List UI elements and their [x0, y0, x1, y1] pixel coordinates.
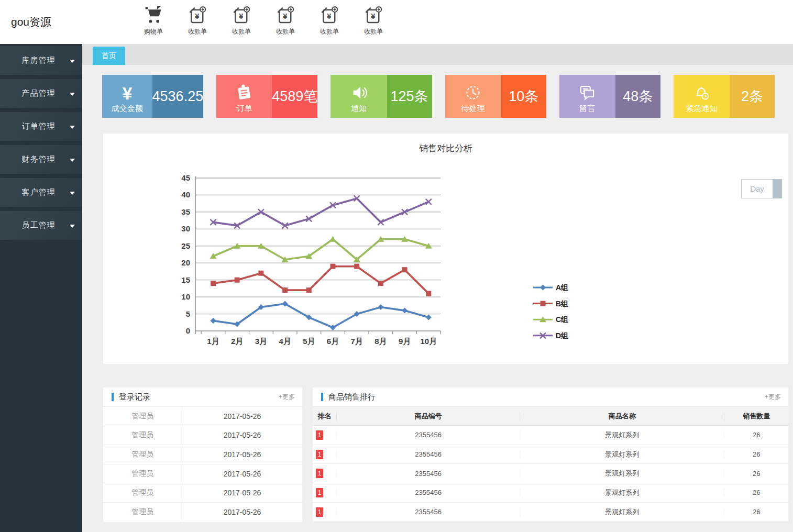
- column-header-qty: 销售数量: [724, 412, 788, 421]
- sidebar-item-warehouse[interactable]: 库房管理: [0, 46, 82, 75]
- header-action-receipt-4[interactable]: ¥ 收款单: [317, 5, 342, 36]
- svg-text:B组: B组: [556, 300, 568, 308]
- login-date: 2017-05-26: [182, 483, 302, 502]
- header-action-label: 购物单: [144, 27, 163, 36]
- login-date: 2017-05-26: [182, 464, 302, 483]
- chart-series-A组: [211, 301, 432, 330]
- svg-text:40: 40: [181, 190, 190, 199]
- sidebar: 库房管理 产品管理 订单管理 财务管理 客户管理 员工管理: [0, 44, 82, 532]
- sales-rank-row: 1 2355456 景观灯系列 26: [313, 426, 788, 445]
- title-accent-bar: [321, 393, 323, 401]
- login-user: 管理员: [103, 488, 182, 497]
- tab-home[interactable]: 首页: [93, 47, 125, 65]
- stat-label: 紧急通知: [686, 104, 717, 114]
- product-code: 2355456: [336, 470, 520, 478]
- chevron-down-icon: [70, 192, 75, 195]
- svg-text:1月: 1月: [207, 337, 219, 346]
- stat-card-notices[interactable]: 通知 125条: [331, 75, 432, 118]
- stat-label: 成交金额: [112, 104, 143, 114]
- login-record-row: 管理员 2017-05-26: [103, 407, 302, 426]
- product-code: 2355456: [336, 489, 520, 496]
- sidebar-item-product[interactable]: 产品管理: [0, 79, 82, 108]
- svg-text:C组: C组: [556, 315, 568, 324]
- sales-quantity: 26: [724, 508, 788, 516]
- svg-text:8月: 8月: [375, 337, 387, 346]
- svg-text:10月: 10月: [420, 337, 437, 346]
- main-content: ¥ 成交金额 4536.25: [82, 65, 793, 532]
- sidebar-item-finance[interactable]: 财务管理: [0, 145, 82, 174]
- legend-item-B组: B组: [533, 300, 568, 308]
- header-action-receipt-5[interactable]: ¥ 收款单: [361, 5, 386, 36]
- header-action-label: 收款单: [232, 27, 251, 36]
- product-sales-panel: 商品销售排行 +更多 排名 商品编号 商品名称 销售数量 1 2355456 景…: [313, 387, 788, 522]
- stat-card-deal-amount[interactable]: ¥ 成交金额 4536.25: [102, 75, 203, 118]
- header-action-receipt-1[interactable]: ¥ 收款单: [185, 5, 210, 36]
- more-link[interactable]: +更多: [765, 393, 781, 402]
- chevron-down-icon: [70, 159, 75, 162]
- svg-text:35: 35: [181, 207, 190, 216]
- header-action-label: 收款单: [188, 27, 207, 36]
- legend-item-C组: C组: [533, 315, 568, 324]
- sales-table-header: 排名 商品编号 商品名称 销售数量: [313, 407, 788, 426]
- chevron-down-icon: [70, 93, 75, 96]
- stat-value: 2条: [730, 75, 775, 118]
- alarm-icon: [690, 81, 712, 103]
- column-header-rank: 排名: [313, 412, 336, 421]
- login-record-row: 管理员 2017-05-26: [103, 483, 302, 503]
- column-header-name: 商品名称: [520, 412, 724, 421]
- title-accent-bar: [112, 393, 114, 401]
- stat-card-messages[interactable]: 留言 48条: [559, 75, 660, 118]
- chevron-down-icon: [70, 126, 75, 129]
- order-icon: [233, 81, 255, 103]
- sidebar-item-order[interactable]: 订单管理: [0, 112, 82, 141]
- chevron-down-icon: [70, 60, 75, 63]
- header-action-label: 收款单: [276, 27, 295, 36]
- range-select[interactable]: Day: [741, 179, 782, 198]
- tab-bar: 首页: [82, 44, 793, 65]
- svg-text:30: 30: [181, 224, 190, 233]
- sidebar-item-employee[interactable]: 员工管理: [0, 211, 82, 240]
- svg-text:¥: ¥: [327, 12, 332, 20]
- sales-quantity: 26: [724, 431, 788, 439]
- login-date: 2017-05-26: [182, 445, 302, 464]
- sidebar-item-customer[interactable]: 客户管理: [0, 178, 82, 207]
- rank-badge: 1: [316, 507, 323, 517]
- sales-rank-row: 1 2355456 景观灯系列 26: [313, 483, 788, 503]
- stat-card-urgent-notice[interactable]: 紧急通知 2条: [674, 75, 775, 118]
- svg-text:¥: ¥: [239, 12, 244, 20]
- svg-text:10: 10: [181, 292, 190, 301]
- product-code: 2355456: [336, 450, 520, 458]
- header-actions: 购物单 ¥ 收款单: [141, 5, 386, 36]
- login-user: 管理员: [103, 412, 182, 421]
- stat-card-orders[interactable]: 订单 4589笔: [216, 75, 317, 118]
- login-records-panel: 登录记录 +更多 管理员 2017-05-26 管理员 2017-05-26 管…: [103, 387, 302, 522]
- product-name: 景观灯系列: [520, 507, 724, 517]
- product-name: 景观灯系列: [520, 450, 724, 459]
- svg-text:¥: ¥: [122, 84, 132, 103]
- svg-text:2月: 2月: [231, 337, 243, 346]
- header-action-receipt-2[interactable]: ¥ 收款单: [229, 5, 254, 36]
- chart-series-C组: [210, 236, 432, 262]
- stat-card-pending[interactable]: 待处理 10条: [445, 75, 546, 118]
- sales-rank-row: 1 2355456 景观灯系列 26: [313, 503, 788, 522]
- legend-item-A组: A组: [533, 283, 568, 292]
- stat-value: 4589笔: [272, 75, 317, 118]
- svg-text:4月: 4月: [279, 337, 291, 346]
- login-user: 管理员: [103, 450, 182, 459]
- header-action-receipt-3[interactable]: ¥ 收款单: [273, 5, 298, 36]
- product-name: 景观灯系列: [520, 430, 724, 440]
- receipt-add-icon: ¥: [188, 5, 207, 26]
- range-select-value: Day: [742, 180, 773, 198]
- rank-badge: 1: [316, 430, 323, 440]
- app-root: gou资源 购物单 ¥: [0, 0, 793, 532]
- login-user: 管理员: [103, 430, 182, 440]
- receipt-add-icon: ¥: [232, 5, 251, 26]
- stat-value: 10条: [501, 75, 546, 118]
- svg-text:5: 5: [186, 309, 190, 318]
- header-action-shopping-list[interactable]: 购物单: [141, 5, 166, 36]
- product-code: 2355456: [336, 508, 520, 516]
- svg-text:¥: ¥: [195, 12, 200, 20]
- more-link[interactable]: +更多: [279, 393, 295, 402]
- svg-text:¥: ¥: [371, 12, 376, 20]
- login-date: 2017-05-26: [182, 426, 302, 445]
